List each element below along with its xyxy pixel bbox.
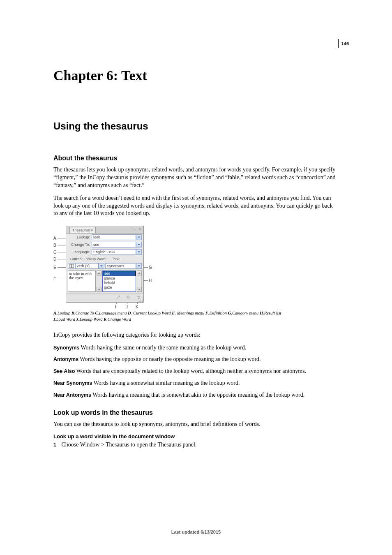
definition-box: to take in with the eyes (68, 271, 96, 292)
page-footer: Last updated 6/13/2015 (0, 530, 392, 534)
scroll-track[interactable] (137, 275, 142, 287)
step-number: 1 (53, 442, 60, 448)
term-near-synonyms: Near Synonyms (53, 380, 92, 386)
chapter-title: Chapter 6: Text (53, 68, 339, 83)
panel-tab-strip: Thesaurus × – × (66, 226, 143, 234)
category-dropdown-icon[interactable] (136, 263, 142, 269)
thesaurus-panel: Thesaurus × – × Lookup: look Change To: … (66, 226, 144, 303)
lookup-word-icon[interactable] (126, 295, 131, 301)
about-para-2: The search for a word doesn’t need to en… (53, 194, 339, 218)
callout-line-e (58, 267, 67, 268)
meanings-dropdown-icon[interactable] (99, 263, 104, 269)
callout-line-f (58, 279, 67, 279)
lookup-row: Lookup: look (66, 234, 143, 241)
def-near-synonyms: Words having a somewhat similar meaning … (92, 380, 240, 386)
language-dropdown-icon[interactable] (136, 249, 142, 255)
page-number-rule (338, 39, 339, 48)
changeto-input[interactable]: see (92, 242, 136, 247)
current-lookup-label: Current Lookup Word: (70, 257, 106, 261)
result-row: to take in with the eyes see glance beho… (66, 270, 143, 294)
callout-g: G (149, 265, 152, 270)
thesaurus-panel-figure: A B C D E F G H I J K Thesaurus × – × Lo… (53, 226, 152, 308)
def-antonyms: Words having the opposite or nearly the … (78, 356, 261, 362)
def-near-antonyms: Words having a meaning that is somewhat … (91, 392, 304, 398)
step-text: Choose Window > Thesaurus to open the Th… (62, 442, 197, 448)
lookup-heading: Look up words in the thesaurus (53, 409, 339, 416)
lookup-para: You can use the thesaurus to look up syn… (53, 421, 339, 428)
scroll-up-icon[interactable] (137, 271, 142, 275)
scroll-down-icon[interactable] (137, 287, 142, 292)
result-list[interactable]: see glance behold gaze (102, 271, 136, 292)
current-lookup-value: look (113, 257, 120, 261)
panel-window-controls[interactable]: – × (133, 227, 142, 231)
panel-tab-thesaurus[interactable]: Thesaurus × (69, 227, 96, 233)
callout-e: E (53, 265, 56, 270)
panel-bottom-icons (66, 294, 143, 302)
section-title: Using the thesaurus (53, 120, 339, 132)
meanings-select[interactable]: verb (1) (75, 263, 99, 269)
def-seealso: Words that are conceptually related to t… (75, 368, 306, 374)
about-para-1: The thesaurus lets you look up synonyms,… (53, 166, 339, 190)
language-select[interactable]: English: USA (92, 249, 136, 255)
changeto-label: Change To: (68, 243, 92, 247)
result-item[interactable]: behold (103, 281, 136, 285)
meanings-row: verb (1) Synonyms (66, 262, 143, 270)
term-synonyms: Synonyms (53, 345, 79, 351)
current-lookup-row: Current Lookup Word: look (66, 256, 143, 262)
callout-f: F (53, 277, 56, 281)
term-seealso: See Also (53, 368, 75, 374)
step-1: 1 Choose Window > Thesaurus to open the … (53, 441, 339, 449)
term-near-antonyms: Near Antonyms (53, 392, 91, 398)
lookup-dropdown-icon[interactable] (136, 234, 142, 240)
callout-d: D (53, 257, 56, 261)
resize-handle-icon[interactable] (139, 298, 143, 302)
about-heading: About the thesaurus (53, 155, 339, 162)
callout-k: K (136, 305, 138, 309)
lookup-label: Lookup: (68, 235, 92, 239)
figure-caption: A.Lookup B.Change To C.Language menu D. … (53, 310, 339, 322)
categories-intro: InCopy provides the following categories… (53, 331, 339, 339)
page-number: 146 (341, 41, 349, 46)
changeto-dropdown-icon[interactable] (136, 242, 142, 247)
language-label: Language: (68, 250, 92, 254)
result-scrollbar[interactable] (137, 271, 142, 292)
callout-h: H (149, 278, 152, 283)
term-antonyms: Antonyms (53, 356, 78, 362)
result-item[interactable]: gaze (103, 285, 136, 290)
svg-line-1 (129, 298, 130, 300)
svg-point-0 (127, 296, 129, 298)
definition-scrollbar[interactable] (97, 271, 101, 292)
callout-a: A (53, 236, 56, 240)
load-word-icon[interactable] (116, 295, 120, 301)
scroll-up-icon[interactable] (97, 271, 101, 275)
callout-j: J (126, 305, 128, 309)
book-icon[interactable] (68, 263, 75, 269)
callout-line-d (58, 259, 66, 259)
procedure-heading: Look up a word visible in the document w… (53, 433, 339, 439)
callout-i: I (115, 305, 116, 309)
def-synonyms: Words having the same or nearly the same… (79, 345, 246, 351)
lookup-input[interactable]: look (92, 234, 136, 240)
result-item[interactable]: glance (103, 276, 136, 281)
changeto-row: Change To: see (66, 241, 143, 248)
scroll-down-icon[interactable] (97, 287, 101, 292)
callout-c: C (53, 250, 56, 254)
language-row: Language: English: USA (66, 248, 143, 256)
result-item-selected[interactable]: see (103, 271, 136, 276)
definition-list: Synonyms Words having the same or nearly… (53, 344, 339, 399)
category-select[interactable]: Synonyms (105, 263, 136, 269)
callout-b: B (53, 243, 56, 247)
